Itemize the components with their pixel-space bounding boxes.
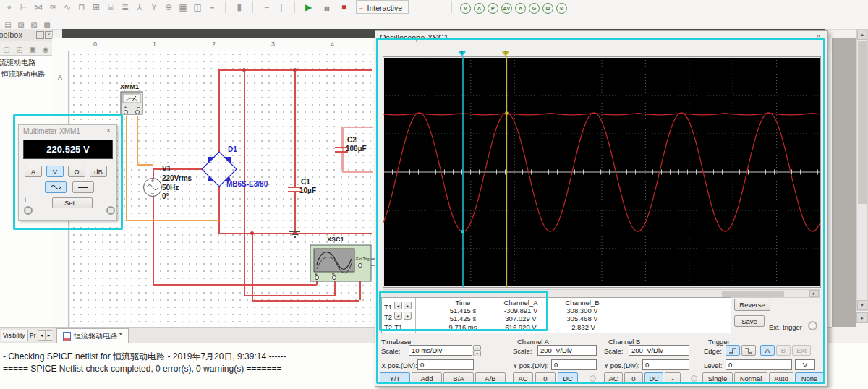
falling-edge-button[interactable]: [741, 345, 756, 356]
t2-right-button[interactable]: ►: [404, 312, 412, 320]
collapse-icon[interactable]: ^: [817, 33, 820, 42]
channel-a-ypos-input[interactable]: [551, 359, 597, 370]
yt-mode-button[interactable]: Y/T: [380, 372, 410, 384]
channel-b-dc-button[interactable]: DC: [644, 372, 663, 384]
trigger-normal-button[interactable]: Normal: [734, 372, 767, 384]
interactive-profile-dropdown[interactable]: ⌁ Interactive: [356, 0, 409, 14]
multimeter-symbol[interactable]: + −: [120, 91, 143, 116]
probe-icon[interactable]: ⚙: [556, 3, 567, 14]
channel-b-radio[interactable]: [691, 375, 697, 382]
component-toolbar-icon[interactable]: ⊞: [90, 1, 103, 13]
timebase-spin-down-icon[interactable]: ▾: [473, 351, 481, 356]
hscroll-right-icon[interactable]: ▸: [856, 312, 868, 323]
pause-simulation-icon[interactable]: ▮▮: [320, 3, 333, 14]
component-toolbar-icon[interactable]: ≣: [119, 1, 132, 13]
trigger-source-ext-button[interactable]: Ext: [792, 345, 811, 356]
probe-icon[interactable]: A: [515, 3, 526, 14]
vertical-scrollbar-thumb[interactable]: [858, 41, 867, 204]
probe-icon[interactable]: A: [474, 3, 485, 14]
component-toolbar-icon[interactable]: ⊕: [162, 1, 175, 13]
component-toolbar-icon[interactable]: ⌸: [104, 1, 117, 13]
negative-terminal[interactable]: [106, 206, 115, 215]
trigger-source-a-button[interactable]: A: [760, 345, 775, 356]
toolbox-tab-project[interactable]: Pr: [27, 330, 38, 341]
channel-b-minus-button[interactable]: -: [665, 372, 681, 384]
component-toolbar-icon[interactable]: ⌁: [205, 1, 218, 13]
dc-mode-button[interactable]: [72, 181, 94, 193]
channel-a-ac-button[interactable]: AC: [513, 372, 533, 384]
toolbox-tool-icon[interactable]: ▢: [1, 45, 12, 54]
channel-b-scale-input[interactable]: [629, 345, 689, 356]
sheet-tab[interactable]: 恒流驱动电路 *: [56, 328, 129, 343]
stop-simulation-icon[interactable]: ■: [338, 1, 351, 13]
component-toolbar-icon[interactable]: ⋈: [32, 1, 45, 13]
add-mode-button[interactable]: Add: [412, 372, 442, 384]
channel-a-scale-input[interactable]: [537, 345, 597, 356]
component-toolbar-icon[interactable]: ⌖: [3, 1, 16, 13]
ac-mode-button[interactable]: [45, 181, 67, 193]
set-button[interactable]: Set...: [52, 197, 93, 208]
probe-icon[interactable]: V: [460, 3, 471, 14]
cursor-1-flag[interactable]: 1: [458, 51, 467, 56]
probe-icon[interactable]: ΔV: [501, 3, 512, 14]
vertical-scrollbar[interactable]: ▴ ▾: [856, 29, 868, 311]
ab-mode-button[interactable]: A/B: [475, 372, 506, 384]
close-icon[interactable]: ×: [106, 127, 111, 134]
ba-mode-button[interactable]: B/A: [443, 372, 474, 384]
ac-source-symbol[interactable]: [142, 177, 164, 199]
probe-icon[interactable]: G: [529, 3, 540, 14]
oscilloscope-window[interactable]: Oscilloscope-XSC1 ^ 1 2 ▸ T1 ◄ ► T2 ◄ ► …: [375, 30, 828, 387]
trigger-auto-button[interactable]: Auto: [769, 372, 793, 384]
scroll-up-icon[interactable]: ▴: [857, 30, 867, 40]
probe-icon[interactable]: Ω: [542, 3, 553, 14]
multimeter-mode-v-button[interactable]: V: [46, 166, 64, 177]
save-button[interactable]: Save: [734, 315, 765, 327]
channel-b-ac-button[interactable]: AC: [604, 372, 623, 384]
channel-a-zero-button[interactable]: 0: [535, 372, 556, 384]
display-hscrollbar-thumb[interactable]: [722, 291, 784, 297]
run-simulation-icon[interactable]: ▶: [302, 1, 315, 13]
channel-b-zero-button[interactable]: 0: [624, 372, 643, 384]
channel-a-radio[interactable]: [590, 375, 596, 382]
trigger-level-unit-select[interactable]: V: [795, 359, 815, 370]
toolbox-tool-icon[interactable]: ◰: [14, 45, 25, 54]
probe-icon[interactable]: P: [488, 3, 498, 14]
timebase-scale-input[interactable]: [409, 345, 472, 356]
multimeter-mode-db-button[interactable]: dB: [90, 166, 107, 177]
component-toolbar-icon[interactable]: Y: [148, 1, 161, 13]
t2-left-button[interactable]: ◄: [394, 312, 402, 320]
component-toolbar-icon[interactable]: ⅄: [133, 1, 146, 13]
rising-edge-button[interactable]: [726, 345, 740, 356]
multimeter-mode-a-button[interactable]: A: [25, 166, 42, 177]
toolbox-tree-item[interactable]: 恒流驱动电路: [0, 56, 52, 68]
trigger-none-button[interactable]: None: [795, 372, 824, 384]
trigger-source-b-button[interactable]: B: [776, 345, 791, 356]
display-scroll-right-icon[interactable]: ▸: [809, 290, 819, 297]
trigger-single-button[interactable]: Single: [702, 372, 733, 384]
component-toolbar-icon[interactable]: ⊓: [75, 1, 88, 13]
t1-left-button[interactable]: ◄: [394, 302, 402, 309]
component-toolbar-icon[interactable]: ≋: [46, 1, 59, 13]
t1-right-button[interactable]: ►: [404, 302, 412, 309]
positive-terminal[interactable]: [24, 206, 33, 215]
multimeter-mode-ohm-button[interactable]: Ω: [68, 166, 85, 177]
timebase-xpos-input[interactable]: [417, 359, 474, 370]
component-toolbar-icon[interactable]: ▦: [176, 1, 190, 13]
toolbox-tool-icon[interactable]: ▣: [27, 45, 38, 54]
oscilloscope-display[interactable]: [383, 56, 821, 288]
toolbox-tool-icon[interactable]: ◉: [41, 45, 51, 54]
toolbar-icon[interactable]: ∫: [275, 1, 288, 13]
component-toolbar-icon[interactable]: ∿: [61, 1, 74, 13]
reverse-button[interactable]: Reverse: [734, 299, 770, 311]
scroll-down-icon[interactable]: ▾: [857, 300, 867, 310]
oscilloscope-symbol[interactable]: Ext Trig A B: [310, 243, 375, 285]
toolbox-tab-visibility[interactable]: Visibility: [1, 330, 27, 341]
timebase-spin-up-icon[interactable]: ▴: [473, 345, 481, 351]
channel-b-ypos-input[interactable]: [642, 359, 689, 370]
cursor-2-flag[interactable]: 2: [501, 51, 510, 56]
channel-a-dc-button[interactable]: DC: [558, 372, 578, 384]
toolbar-icon[interactable]: ▮: [233, 1, 246, 13]
toolbox-tree-item[interactable]: 恒流驱动电路: [1, 68, 52, 80]
toolbox-minimize-icon[interactable]: –: [36, 31, 44, 39]
multimeter-window[interactable]: Multimeter-XMM1 × 220.525 V A V Ω dB + -…: [18, 124, 117, 221]
